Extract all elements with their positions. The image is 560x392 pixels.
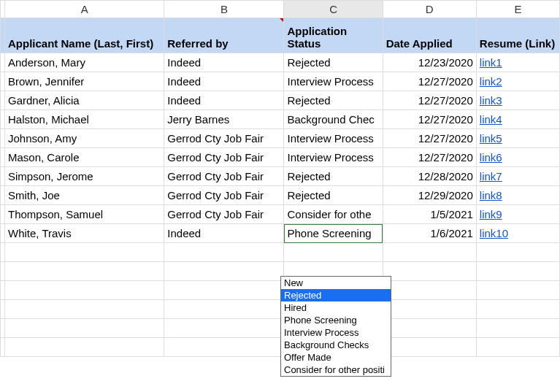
cell-name[interactable]: Thompson, Samuel xyxy=(5,205,164,224)
cell-name[interactable]: Mason, Carole xyxy=(5,148,164,167)
dropdown-option[interactable]: Rejected xyxy=(281,289,391,301)
cell-empty[interactable] xyxy=(383,262,476,281)
cell-date[interactable]: 12/27/2020 xyxy=(383,110,476,129)
cell-empty[interactable] xyxy=(5,262,164,281)
cell-status[interactable]: Interview Process xyxy=(284,129,383,148)
cell-status[interactable]: Interview Process xyxy=(284,72,383,91)
cell-resume[interactable]: link2 xyxy=(476,72,559,91)
cell-empty[interactable] xyxy=(164,319,284,338)
header-referred[interactable]: Referred by xyxy=(164,18,284,53)
cell-empty[interactable] xyxy=(5,319,164,338)
cell-date[interactable]: 1/5/2021 xyxy=(383,205,476,224)
cell-date[interactable]: 12/27/2020 xyxy=(383,91,476,110)
col-header-E[interactable]: E xyxy=(476,1,559,18)
cell-empty[interactable] xyxy=(284,243,383,262)
cell-referred[interactable]: Gerrod Cty Job Fair xyxy=(164,186,284,205)
cell-date[interactable]: 12/27/2020 xyxy=(383,72,476,91)
resume-link[interactable]: link6 xyxy=(480,151,502,164)
dropdown-option[interactable]: Consider for other positi xyxy=(281,364,391,376)
cell-empty[interactable] xyxy=(164,300,284,319)
cell-empty[interactable] xyxy=(383,300,476,319)
col-header-C[interactable]: C xyxy=(284,1,383,18)
cell-resume[interactable]: link10 xyxy=(476,224,559,243)
cell-date[interactable]: 12/28/2020 xyxy=(383,167,476,186)
cell-empty[interactable] xyxy=(5,300,164,319)
dropdown-option[interactable]: Hired xyxy=(281,301,391,314)
cell-status[interactable]: Rejected xyxy=(284,186,383,205)
cell-status[interactable]: Background Chec xyxy=(284,110,383,129)
cell-empty[interactable] xyxy=(476,338,559,357)
cell-status[interactable]: Rejected xyxy=(284,53,383,72)
cell-resume[interactable]: link3 xyxy=(476,91,559,110)
cell-empty[interactable] xyxy=(5,243,164,262)
cell-date[interactable]: 12/27/2020 xyxy=(383,129,476,148)
resume-link[interactable]: link9 xyxy=(480,208,502,220)
cell-name[interactable]: Anderson, Mary xyxy=(5,53,164,72)
header-resume[interactable]: Resume (Link) xyxy=(476,18,559,53)
cell-empty[interactable] xyxy=(164,262,284,281)
col-header-A[interactable]: A xyxy=(5,1,164,18)
cell-empty[interactable] xyxy=(476,243,559,262)
cell-empty[interactable] xyxy=(164,281,284,300)
dropdown-option[interactable]: Interview Process xyxy=(281,326,391,339)
cell-status[interactable]: Consider for othe xyxy=(284,205,383,224)
dropdown-option[interactable]: New xyxy=(281,277,391,289)
cell-resume[interactable]: link5 xyxy=(476,129,559,148)
resume-link[interactable]: link7 xyxy=(480,170,502,182)
resume-link[interactable]: link10 xyxy=(480,227,508,239)
cell-status[interactable]: Rejected xyxy=(284,91,383,110)
cell-date[interactable]: 12/29/2020 xyxy=(383,186,476,205)
cell-resume[interactable]: link7 xyxy=(476,167,559,186)
cell-referred[interactable]: Jerry Barnes xyxy=(164,110,284,129)
cell-date[interactable]: 12/27/2020 xyxy=(383,148,476,167)
cell-date[interactable]: 1/6/2021 xyxy=(383,224,476,243)
cell-referred[interactable]: Gerrod Cty Job Fair xyxy=(164,129,284,148)
cell-empty[interactable] xyxy=(476,319,559,338)
cell-empty[interactable] xyxy=(383,338,476,357)
cell-name[interactable]: Johnson, Amy xyxy=(5,129,164,148)
resume-link[interactable]: link3 xyxy=(480,94,502,107)
cell-empty[interactable] xyxy=(476,262,559,281)
resume-link[interactable]: link8 xyxy=(480,189,502,201)
cell-status[interactable]: Rejected xyxy=(284,167,383,186)
cell-resume[interactable]: link1 xyxy=(476,53,559,72)
cell-date[interactable]: 12/23/2020 xyxy=(383,53,476,72)
cell-empty[interactable] xyxy=(5,338,164,357)
cell-referred[interactable]: Indeed xyxy=(164,91,284,110)
cell-status[interactable]: Phone Screening xyxy=(284,224,383,243)
col-header-D[interactable]: D xyxy=(383,1,476,18)
cell-resume[interactable]: link4 xyxy=(476,110,559,129)
status-dropdown[interactable]: NewRejectedHiredPhone ScreeningInterview… xyxy=(280,276,391,377)
cell-resume[interactable]: link8 xyxy=(476,186,559,205)
dropdown-option[interactable]: Phone Screening xyxy=(281,314,391,326)
cell-resume[interactable]: link9 xyxy=(476,205,559,224)
dropdown-option[interactable]: Background Checks xyxy=(281,339,391,351)
cell-resume[interactable]: link6 xyxy=(476,148,559,167)
resume-link[interactable]: link5 xyxy=(480,132,502,145)
cell-name[interactable]: Halston, Michael xyxy=(5,110,164,129)
resume-link[interactable]: link4 xyxy=(480,113,502,126)
cell-name[interactable]: Smith, Joe xyxy=(5,186,164,205)
cell-name[interactable]: White, Travis xyxy=(5,224,164,243)
col-header-B[interactable]: B xyxy=(164,1,284,18)
cell-referred[interactable]: Indeed xyxy=(164,72,284,91)
cell-name[interactable]: Brown, Jennifer xyxy=(5,72,164,91)
header-status[interactable]: Application Status xyxy=(284,18,383,53)
resume-link[interactable]: link1 xyxy=(480,56,502,69)
cell-status[interactable]: Interview Process xyxy=(284,148,383,167)
resume-link[interactable]: link2 xyxy=(480,75,502,88)
cell-empty[interactable] xyxy=(5,281,164,300)
cell-empty[interactable] xyxy=(164,243,284,262)
cell-name[interactable]: Gardner, Alicia xyxy=(5,91,164,110)
cell-empty[interactable] xyxy=(383,319,476,338)
dropdown-option[interactable]: Offer Made xyxy=(281,351,391,364)
cell-empty[interactable] xyxy=(476,300,559,319)
cell-referred[interactable]: Gerrod Cty Job Fair xyxy=(164,148,284,167)
cell-empty[interactable] xyxy=(383,281,476,300)
cell-referred[interactable]: Indeed xyxy=(164,224,284,243)
cell-name[interactable]: Simpson, Jerome xyxy=(5,167,164,186)
header-name[interactable]: Applicant Name (Last, First) xyxy=(5,18,164,53)
cell-referred[interactable]: Indeed xyxy=(164,53,284,72)
cell-empty[interactable] xyxy=(164,338,284,357)
header-date[interactable]: Date Applied xyxy=(383,18,476,53)
